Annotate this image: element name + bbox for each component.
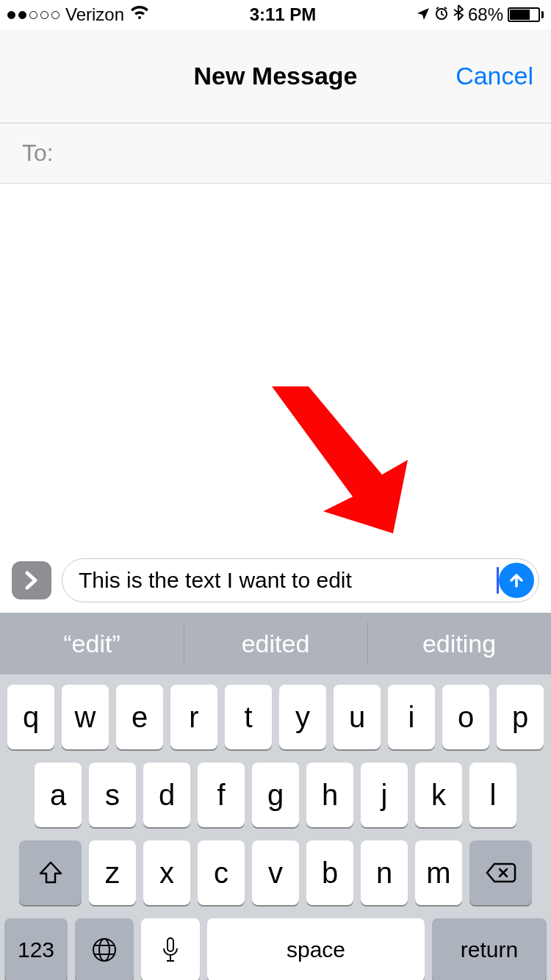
svg-point-3: [99, 939, 109, 961]
key-return[interactable]: return: [432, 918, 547, 980]
suggestion-2[interactable]: edited: [184, 613, 367, 674]
status-bar: Verizon 3:11 PM 68%: [0, 0, 551, 29]
svg-point-2: [93, 939, 115, 961]
key-g[interactable]: g: [252, 763, 299, 827]
message-input-text: This is the text I want to edit: [79, 568, 496, 593]
bluetooth-icon: [453, 4, 464, 25]
key-h[interactable]: h: [306, 763, 353, 827]
key-l[interactable]: l: [469, 763, 516, 827]
key-i[interactable]: i: [388, 685, 435, 749]
key-t[interactable]: t: [225, 685, 272, 749]
key-n[interactable]: n: [361, 840, 408, 905]
key-w[interactable]: w: [62, 685, 109, 749]
key-j[interactable]: j: [361, 763, 408, 827]
key-a[interactable]: a: [35, 763, 82, 827]
key-q[interactable]: q: [7, 685, 54, 749]
key-v[interactable]: v: [252, 840, 299, 905]
keyboard: q w e r t y u i o p a s d f g h j k l z …: [0, 674, 551, 980]
microphone-icon: [162, 937, 179, 963]
wifi-icon: [130, 4, 149, 25]
cancel-button[interactable]: Cancel: [455, 62, 533, 90]
key-d[interactable]: d: [143, 763, 190, 827]
carrier-label: Verizon: [65, 4, 124, 25]
suggestion-3[interactable]: editing: [367, 613, 551, 674]
globe-icon: [91, 937, 118, 963]
key-o[interactable]: o: [442, 685, 489, 749]
key-b[interactable]: b: [306, 840, 353, 905]
annotation-arrow-icon: [242, 386, 411, 547]
key-numbers[interactable]: 123: [4, 918, 68, 980]
battery-percent-label: 68%: [468, 4, 503, 25]
message-thread: [0, 184, 551, 551]
key-space[interactable]: space: [207, 918, 425, 980]
key-f[interactable]: f: [198, 763, 245, 827]
key-r[interactable]: r: [170, 685, 217, 749]
key-s[interactable]: s: [89, 763, 136, 827]
key-shift[interactable]: [19, 840, 82, 905]
key-y[interactable]: y: [279, 685, 326, 749]
svg-marker-1: [272, 386, 408, 533]
backspace-icon: [486, 862, 516, 884]
battery-icon: [508, 7, 544, 22]
expand-apps-button[interactable]: [12, 561, 51, 599]
send-button[interactable]: [499, 563, 534, 598]
clock-label: 3:11 PM: [149, 4, 417, 25]
signal-strength-icon: [7, 11, 60, 19]
key-c[interactable]: c: [198, 840, 245, 905]
chevron-right-icon: [25, 571, 38, 590]
suggestion-1[interactable]: “edit”: [0, 613, 184, 674]
key-m[interactable]: m: [415, 840, 462, 905]
key-e[interactable]: e: [116, 685, 163, 749]
key-dictation[interactable]: [141, 918, 200, 980]
arrow-up-icon: [508, 572, 525, 589]
keyboard-suggestions: “edit” edited editing: [0, 613, 551, 674]
compose-bar: This is the text I want to edit: [0, 551, 551, 613]
nav-bar: New Message Cancel: [0, 29, 551, 123]
location-icon: [417, 4, 430, 25]
key-z[interactable]: z: [89, 840, 136, 905]
to-field[interactable]: To:: [0, 123, 551, 184]
alarm-icon: [434, 4, 449, 25]
message-input[interactable]: This is the text I want to edit: [62, 558, 539, 602]
key-backspace[interactable]: [469, 840, 532, 905]
key-x[interactable]: x: [143, 840, 190, 905]
to-label: To:: [22, 140, 54, 166]
svg-rect-4: [168, 938, 173, 951]
key-u[interactable]: u: [334, 685, 381, 749]
key-p[interactable]: p: [497, 685, 544, 749]
key-globe[interactable]: [75, 918, 134, 980]
shift-icon: [38, 861, 63, 884]
page-title: New Message: [194, 62, 358, 90]
key-k[interactable]: k: [415, 763, 462, 827]
